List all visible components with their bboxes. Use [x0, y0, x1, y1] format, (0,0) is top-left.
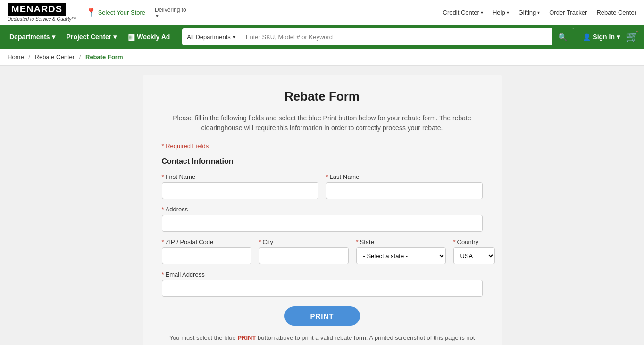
- last-name-label: *Last Name: [326, 173, 483, 180]
- nav-right: 👤 Sign In ▾ 🛒: [583, 31, 638, 43]
- form-container: Rebate Form Please fill in the following…: [143, 75, 502, 345]
- nav-bar: Departments ▾ Project Center ▾ ▦ Weekly …: [0, 25, 644, 49]
- address-input[interactable]: [162, 215, 483, 232]
- departments-nav[interactable]: Departments ▾: [6, 25, 59, 49]
- country-label: *Country: [453, 238, 495, 245]
- delivering-to[interactable]: Delivering to ▼: [155, 7, 186, 18]
- cart-icon[interactable]: 🛒: [626, 31, 638, 43]
- zip-label: *ZIP / Postal Code: [162, 238, 251, 245]
- credit-center-link[interactable]: Credit Center ▾: [443, 9, 483, 16]
- order-tracker-label: Order Tracker: [549, 9, 587, 16]
- print-button[interactable]: PRINT: [284, 306, 360, 326]
- first-name-input[interactable]: [162, 182, 318, 199]
- search-dept-chevron: ▾: [233, 34, 236, 41]
- city-group: *City: [259, 238, 349, 264]
- email-label: *Email Address: [162, 271, 483, 278]
- search-container: All Departments ▾ 🔍: [182, 28, 574, 45]
- email-group: *Email Address: [162, 271, 483, 297]
- credit-center-chevron: ▾: [481, 10, 483, 15]
- logo-tagline: Dedicated to Service & Quality™: [8, 17, 76, 22]
- state-label: *State: [356, 238, 446, 245]
- form-description: Please fill in the following fields and …: [162, 113, 483, 133]
- delivering-label: Delivering to: [155, 7, 186, 13]
- breadcrumb-current: Rebate Form: [85, 53, 123, 60]
- logo: MENARDS: [8, 3, 66, 16]
- search-input[interactable]: [241, 28, 552, 45]
- address-group: *Address: [162, 206, 483, 232]
- store-select[interactable]: 📍 Select Your Store: [86, 7, 145, 17]
- address-required-star: *: [162, 206, 164, 213]
- breadcrumb-sep-1: /: [28, 53, 30, 60]
- email-row: *Email Address: [162, 271, 483, 297]
- state-select[interactable]: - Select a state - Alabama Alaska Arizon…: [356, 247, 446, 264]
- search-button[interactable]: 🔍: [552, 28, 574, 45]
- email-input[interactable]: [162, 280, 483, 297]
- country-select[interactable]: USA Canada: [453, 247, 495, 264]
- help-label: Help: [493, 9, 505, 16]
- country-group: *Country USA Canada: [453, 238, 495, 264]
- first-name-required-star: *: [162, 173, 164, 180]
- email-required-star: *: [162, 271, 164, 278]
- logo-area: MENARDS Dedicated to Service & Quality™: [8, 3, 76, 22]
- main-content: Rebate Form Please fill in the following…: [0, 66, 644, 345]
- rebate-center-label: Rebate Center: [596, 9, 636, 16]
- print-note: You must select the blue PRINT button ab…: [162, 333, 483, 345]
- form-title: Rebate Form: [162, 89, 483, 104]
- first-name-label: *First Name: [162, 173, 318, 180]
- weekly-ad-icon: ▦: [128, 33, 135, 42]
- project-center-label: Project Center: [67, 33, 112, 41]
- zip-input[interactable]: [162, 247, 251, 264]
- city-label: *City: [259, 238, 349, 245]
- address-row: *Address: [162, 206, 483, 232]
- state-group: *State - Select a state - Alabama Alaska…: [356, 238, 446, 264]
- country-required-star: *: [453, 238, 456, 245]
- project-center-chevron: ▾: [113, 33, 117, 41]
- gifting-label: Gifting: [519, 9, 536, 16]
- pin-icon: 📍: [86, 7, 96, 17]
- departments-chevron: ▾: [52, 33, 55, 41]
- search-dept-label: All Departments: [187, 34, 230, 41]
- sign-in-button[interactable]: 👤 Sign In ▾: [583, 33, 620, 41]
- required-note: * Required Fields: [162, 143, 483, 150]
- top-bar-left: MENARDS Dedicated to Service & Quality™ …: [8, 3, 186, 22]
- top-bar-right: Credit Center ▾ Help ▾ Gifting ▾ Order T…: [443, 9, 636, 16]
- weekly-ad-nav[interactable]: ▦ Weekly Ad: [124, 25, 174, 49]
- zip-group: *ZIP / Postal Code: [162, 238, 251, 264]
- top-bar: MENARDS Dedicated to Service & Quality™ …: [0, 0, 644, 25]
- location-row: *ZIP / Postal Code *City *State - Select…: [162, 238, 483, 264]
- zip-required-star: *: [162, 238, 164, 245]
- address-label: *Address: [162, 206, 483, 213]
- last-name-input[interactable]: [326, 182, 483, 199]
- print-note-emphasis: PRINT: [237, 334, 256, 341]
- first-name-group: *First Name: [162, 173, 318, 199]
- contact-section-title: Contact Information: [162, 157, 483, 166]
- delivering-arrow: ▼: [155, 13, 159, 18]
- weekly-ad-label: Weekly Ad: [137, 33, 170, 41]
- breadcrumb: Home / Rebate Center / Rebate Form: [0, 49, 644, 66]
- store-select-label: Select Your Store: [98, 9, 145, 16]
- project-center-nav[interactable]: Project Center ▾: [63, 25, 121, 49]
- user-icon: 👤: [583, 33, 591, 41]
- breadcrumb-sep-2: /: [79, 53, 81, 60]
- city-input[interactable]: [259, 247, 349, 264]
- rebate-center-link[interactable]: Rebate Center: [596, 9, 636, 16]
- search-dept-dropdown[interactable]: All Departments ▾: [182, 28, 241, 45]
- order-tracker-link[interactable]: Order Tracker: [549, 9, 587, 16]
- help-chevron: ▾: [507, 10, 509, 15]
- sign-in-label: Sign In: [593, 33, 615, 41]
- gifting-link[interactable]: Gifting ▾: [519, 9, 540, 16]
- departments-label: Departments: [9, 33, 50, 41]
- sign-in-chevron: ▾: [617, 33, 620, 41]
- state-required-star: *: [356, 238, 359, 245]
- help-link[interactable]: Help ▾: [493, 9, 509, 16]
- breadcrumb-home[interactable]: Home: [8, 53, 24, 60]
- name-row: *First Name *Last Name: [162, 173, 483, 199]
- credit-center-label: Credit Center: [443, 9, 479, 16]
- last-name-required-star: *: [326, 173, 328, 180]
- gifting-chevron: ▾: [537, 10, 540, 15]
- last-name-group: *Last Name: [326, 173, 483, 199]
- city-required-star: *: [259, 238, 261, 245]
- breadcrumb-rebate-center[interactable]: Rebate Center: [35, 53, 75, 60]
